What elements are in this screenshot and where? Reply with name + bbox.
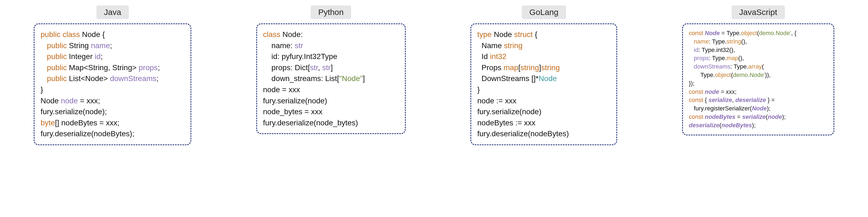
code-token: downStreams bbox=[110, 74, 157, 83]
code-token: ( bbox=[757, 30, 759, 36]
code-token: int32 bbox=[490, 52, 506, 61]
code-token: id bbox=[694, 46, 699, 53]
code-token: public bbox=[43, 52, 67, 61]
code-token: { bbox=[703, 96, 709, 103]
code-token: ( bbox=[719, 122, 721, 129]
code-token: public bbox=[43, 74, 67, 83]
code-token: = xxx; bbox=[719, 88, 737, 95]
code-line: fury.deserialize(nodeBytes) bbox=[477, 128, 610, 140]
code-line: public String name; bbox=[40, 40, 185, 52]
code-line: id: pyfury.Int32Type bbox=[263, 51, 399, 62]
code-token: ); bbox=[782, 114, 786, 120]
code-line: fury.deserialize(node_bytes) bbox=[263, 118, 399, 129]
code-token: [] nodeBytes = xxx; bbox=[55, 119, 119, 127]
code-token: String bbox=[67, 41, 91, 50]
code-token: downStreams bbox=[694, 63, 731, 70]
code-token: node := xxx bbox=[477, 96, 516, 105]
code-token: str bbox=[310, 63, 318, 72]
code-token bbox=[40, 74, 43, 83]
code-line: node := xxx bbox=[477, 95, 610, 106]
code-token bbox=[689, 38, 694, 45]
code-line: Name string bbox=[477, 40, 610, 52]
code-line: public List<Node> downStreams; bbox=[40, 73, 185, 84]
code-line: deserialize(nodeBytes); bbox=[689, 121, 828, 130]
code-token: "Node" bbox=[339, 74, 363, 83]
code-token: id bbox=[95, 52, 100, 61]
language-label: GoLang bbox=[522, 5, 566, 19]
code-token: node bbox=[705, 88, 719, 95]
code-token: public class bbox=[40, 30, 80, 39]
code-token bbox=[689, 55, 694, 61]
code-line: Props map[string]string bbox=[477, 62, 610, 73]
code-token bbox=[40, 63, 43, 72]
code-token: ; bbox=[157, 74, 159, 83]
code-token: }); bbox=[689, 80, 694, 87]
code-line: fury.registerSerializer(Node); bbox=[689, 104, 828, 113]
code-panel-golang: GoLangtype Node struct { Name string Id … bbox=[470, 5, 617, 145]
code-line: node = xxx bbox=[263, 84, 399, 95]
code-line: } bbox=[477, 84, 610, 95]
code-token: , bbox=[318, 63, 322, 72]
code-token: ); bbox=[752, 122, 755, 129]
code-token: demo.Node' bbox=[733, 71, 765, 78]
code-token: Type. bbox=[689, 71, 715, 78]
code-token: fury.serialize(node) bbox=[263, 96, 327, 105]
code-token bbox=[689, 63, 694, 70]
code-token: deserialize bbox=[735, 96, 766, 103]
code-line: Id int32 bbox=[477, 51, 610, 62]
code-line: fury.deserialize(nodeBytes); bbox=[40, 128, 185, 140]
code-token: Node: bbox=[280, 30, 303, 39]
code-line: id: Type.int32(), bbox=[689, 46, 828, 54]
code-token: Node bbox=[752, 105, 767, 112]
code-line: type Node struct { bbox=[477, 29, 610, 40]
code-token: : Type.int32(), bbox=[699, 46, 735, 53]
code-token: name: bbox=[263, 41, 295, 50]
code-token bbox=[689, 46, 694, 53]
code-token: ; bbox=[110, 41, 112, 50]
code-token: { bbox=[533, 30, 537, 39]
code-token: Node bbox=[539, 74, 557, 83]
code-line: } bbox=[40, 84, 185, 95]
code-token: )), bbox=[765, 71, 771, 78]
code-token: DownStreams []* bbox=[477, 74, 539, 83]
code-token: type bbox=[477, 30, 492, 39]
code-token: } = bbox=[766, 96, 775, 103]
code-panel-javascript: JavaScriptconst Node = Type.object(demo.… bbox=[682, 5, 834, 135]
code-token: = Type. bbox=[720, 30, 741, 36]
code-box: class Node: name: str id: pyfury.Int32Ty… bbox=[256, 23, 406, 134]
code-token: (), bbox=[741, 38, 747, 45]
code-token: class bbox=[263, 30, 280, 39]
code-token: object bbox=[715, 71, 731, 78]
code-token: string bbox=[520, 63, 539, 72]
code-token: fury.deserialize(nodeBytes); bbox=[40, 129, 134, 138]
code-token: serialize bbox=[709, 96, 732, 103]
code-box: const Node = Type.object(demo.Node', { n… bbox=[682, 23, 834, 135]
code-token: id: pyfury.Int32Type bbox=[263, 52, 337, 61]
code-token: fury.deserialize(node_bytes) bbox=[263, 119, 358, 127]
code-token: fury.deserialize(nodeBytes) bbox=[477, 129, 569, 138]
code-token: : Type. bbox=[709, 38, 727, 45]
code-token: const bbox=[689, 96, 703, 103]
code-token: string bbox=[504, 41, 522, 50]
code-token: , { bbox=[791, 30, 797, 36]
code-line: DownStreams []*Node bbox=[477, 73, 610, 84]
code-token: public bbox=[43, 63, 67, 72]
code-token: const bbox=[689, 88, 705, 95]
code-line: nodeBytes := xxx bbox=[477, 118, 610, 129]
code-token: object bbox=[741, 30, 757, 36]
code-token: Props bbox=[477, 63, 503, 72]
code-token: str bbox=[294, 41, 303, 50]
code-line: public Map<String, String> props; bbox=[40, 62, 185, 73]
code-token: Node bbox=[705, 30, 720, 36]
code-token: serialize bbox=[742, 114, 766, 120]
code-token: ] bbox=[331, 63, 333, 72]
code-token: ] bbox=[363, 74, 365, 83]
code-token: ( bbox=[762, 63, 764, 70]
code-token: [ bbox=[518, 63, 520, 72]
code-token: Node { bbox=[80, 30, 105, 39]
code-token: = xxx; bbox=[78, 96, 100, 105]
code-token: Node bbox=[492, 30, 514, 39]
code-token: string bbox=[727, 38, 741, 45]
code-line: class Node: bbox=[263, 29, 399, 40]
code-token bbox=[40, 52, 43, 61]
